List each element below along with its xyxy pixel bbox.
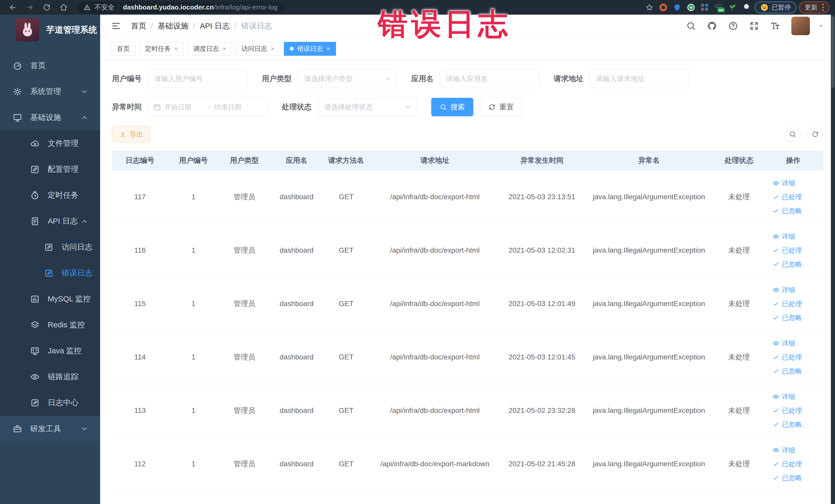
logo-row[interactable]: 芋道管理系统 (0, 15, 100, 45)
action-已处理[interactable]: 已处理 (773, 243, 814, 257)
sidebar-item-API 日志[interactable]: API 日志 (0, 208, 100, 234)
extension-puzzle-icon[interactable] (741, 2, 752, 13)
sidebar-item-文件管理[interactable]: 文件管理 (0, 130, 100, 156)
user-type-select[interactable]: 请选择用户类型 (298, 69, 397, 88)
column-header: 应用名 (270, 151, 323, 170)
action-详细[interactable]: 详细 (773, 229, 814, 243)
sidebar-item-基础设施[interactable]: 基础设施 (0, 104, 100, 130)
app-name-input[interactable] (440, 70, 539, 88)
collapse-menu-icon[interactable] (111, 21, 121, 31)
action-已忽略[interactable]: 已忽略 (773, 257, 814, 271)
process-status-select[interactable]: 请选择处理状态 (318, 98, 417, 116)
action-已处理[interactable]: 已处理 (773, 350, 814, 364)
update-button[interactable]: 更新 (799, 2, 829, 13)
extension-shield-icon[interactable] (672, 2, 683, 13)
action-已处理[interactable]: 已处理 (773, 457, 814, 471)
bookmark-star-icon[interactable] (644, 2, 655, 13)
page-scrollbar[interactable] (831, 15, 835, 504)
breadcrumb-item[interactable]: 基础设施 (158, 21, 188, 31)
action-已忽略[interactable]: 已忽略 (773, 471, 814, 485)
tag-定时任务[interactable]: 定时任务× (139, 42, 184, 56)
warning-icon (84, 4, 90, 11)
end-date-input[interactable] (215, 103, 255, 111)
scrollbar-thumb[interactable] (831, 16, 834, 88)
github-icon[interactable] (707, 21, 717, 31)
action-已处理[interactable]: 已处理 (773, 297, 814, 311)
tag-首页[interactable]: 首页 (111, 42, 136, 56)
refresh-table-button[interactable] (807, 126, 823, 142)
chevron-down-icon[interactable] (817, 23, 824, 29)
user-id-input[interactable] (148, 70, 247, 88)
sidebar-item-Redis 监控[interactable]: Redis 监控 (0, 312, 100, 338)
export-button[interactable]: 导出 (112, 126, 150, 142)
browser-menu-icon[interactable] (822, 4, 824, 11)
action-已处理[interactable]: 已处理 (773, 190, 814, 204)
java-icon (30, 346, 40, 356)
fullscreen-icon[interactable] (749, 21, 759, 31)
breadcrumb-item[interactable]: API 日志 (200, 21, 230, 31)
action-详细[interactable]: 详细 (773, 176, 814, 190)
action-详细[interactable]: 详细 (773, 336, 814, 350)
start-date-input[interactable] (165, 103, 205, 111)
sidebar-item-Java 监控[interactable]: Java 监控 (0, 338, 100, 364)
sidebar-item-访问日志[interactable]: 访问日志 (0, 234, 100, 260)
extension-grid-icon[interactable] (699, 2, 711, 13)
action-已忽略[interactable]: 已忽略 (773, 418, 814, 431)
close-icon[interactable]: × (326, 45, 330, 53)
filter-label: 用户编号 (112, 74, 142, 84)
action-已忽略[interactable]: 已忽略 (773, 364, 814, 378)
table-cell: java.lang.IllegalArgumentException (583, 330, 715, 384)
chevron-down-icon (81, 88, 88, 96)
action-详细[interactable]: 详细 (773, 390, 814, 404)
eye-icon (773, 447, 779, 453)
close-icon[interactable]: × (271, 45, 274, 53)
request-url-input[interactable] (590, 70, 689, 88)
breadcrumb-item[interactable]: 首页 (131, 21, 146, 31)
action-详细[interactable]: 详细 (773, 283, 814, 297)
table-cell: 管理员 (219, 170, 270, 224)
sidebar-item-研发工具[interactable]: 研发工具 (0, 416, 100, 442)
active-dot (290, 47, 294, 51)
check-icon (773, 194, 779, 200)
layers-icon (30, 320, 40, 330)
action-已忽略[interactable]: 已忽略 (773, 204, 814, 218)
filter-user-id: 用户编号 (112, 69, 247, 88)
action-详细[interactable]: 详细 (773, 443, 814, 457)
back-icon[interactable] (6, 2, 20, 13)
tag-错误日志[interactable]: 错误日志× (284, 42, 336, 56)
address-bar[interactable]: 不安全 dashboard.yudao.iocoder.cn/infra/log… (77, 2, 285, 13)
chevron-down-icon (384, 75, 391, 82)
home-icon[interactable] (57, 2, 71, 13)
sidebar-item-定时任务[interactable]: 定时任务 (0, 182, 100, 208)
toggle-search-button[interactable] (785, 126, 801, 142)
tag-调度日志[interactable]: 调度日志× (187, 42, 232, 56)
action-已忽略[interactable]: 已忽略 (773, 311, 814, 324)
tag-访问日志[interactable]: 访问日志× (236, 42, 280, 56)
sidebar-item-MySQL 监控[interactable]: MySQL 监控 (0, 286, 100, 312)
extension-sprout-icon[interactable] (727, 2, 738, 13)
chevron-down-icon (404, 103, 411, 110)
sidebar-item-首页[interactable]: 首页 (0, 53, 100, 79)
sidebar-item-配置管理[interactable]: 配置管理 (0, 156, 100, 182)
extension-orange-icon[interactable] (658, 2, 669, 13)
extension-green-circle-icon[interactable] (685, 2, 697, 13)
sidebar-item-链路追踪[interactable]: 链路追踪 (0, 364, 100, 390)
close-icon[interactable]: × (174, 45, 178, 53)
date-range-picker[interactable]: - (148, 98, 267, 116)
font-size-icon[interactable] (770, 21, 780, 31)
reset-button[interactable]: 重置 (480, 98, 522, 116)
search-button[interactable]: 搜索 (431, 98, 473, 116)
search-icon[interactable] (686, 21, 696, 31)
close-icon[interactable]: × (223, 45, 226, 53)
help-icon[interactable] (728, 21, 738, 31)
user-avatar[interactable] (791, 17, 810, 35)
sidebar-item-错误日志[interactable]: 错误日志 (0, 260, 100, 286)
sidebar-item-日志中心[interactable]: 日志中心 (0, 390, 100, 416)
forward-icon[interactable] (23, 2, 37, 13)
paused-badge[interactable]: 已暂停 (755, 2, 796, 13)
extension-on-badge-icon[interactable]: on (713, 2, 725, 13)
breadcrumb-item-current: 错误日志 (241, 21, 272, 31)
action-已处理[interactable]: 已处理 (773, 404, 814, 418)
reload-icon[interactable] (40, 2, 54, 13)
sidebar-item-系统管理[interactable]: 系统管理 (0, 79, 100, 104)
